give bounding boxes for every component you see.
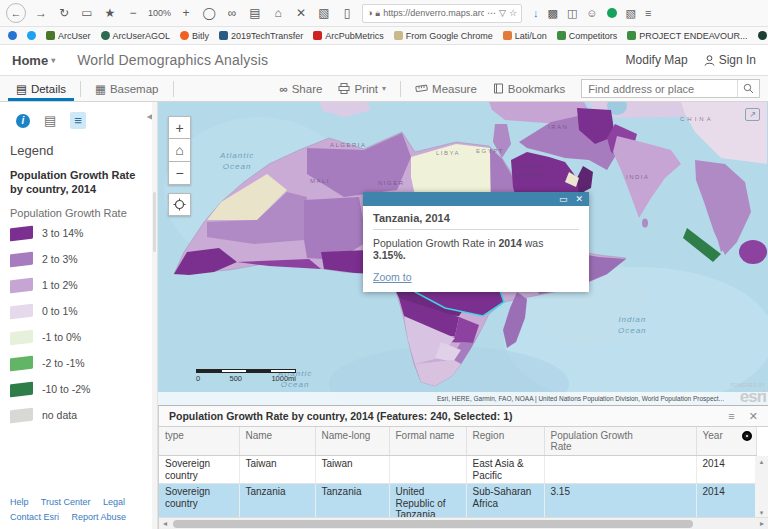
bookmark-item[interactable]: StyleGallery <box>758 31 768 41</box>
popup-maximize-icon[interactable]: ▭ <box>559 194 568 204</box>
tab-details[interactable]: ▤Details <box>8 76 74 101</box>
print-button[interactable]: Print▾ <box>330 83 394 95</box>
table-row-selected[interactable]: Sovereign countryTanzania TanzaniaUnited… <box>159 484 756 521</box>
zoom-to-link[interactable]: Zoom to <box>373 271 412 283</box>
legend-icon[interactable]: ≡ <box>70 112 86 129</box>
sidebar-icon[interactable]: ◫ <box>567 7 577 20</box>
measure-button[interactable]: Measure <box>407 83 485 95</box>
reload-icon[interactable]: ↻ <box>56 6 72 20</box>
scroll-left-icon[interactable]: ◂ <box>159 519 171 528</box>
zoom-out-browser-icon[interactable]: − <box>125 6 141 20</box>
scroll-up-icon[interactable]: ▴ <box>760 458 764 466</box>
browser-zoom-level[interactable]: 100% <box>148 8 171 18</box>
search-input[interactable] <box>582 83 737 95</box>
bookmark-item[interactable]: Competitors <box>557 31 618 41</box>
table-options-icon[interactable] <box>742 431 752 441</box>
bookmark-item[interactable] <box>27 31 36 40</box>
table-menu-icon[interactable]: ≡ <box>728 410 734 423</box>
country-label: MALI <box>310 178 330 184</box>
tab-send-icon[interactable]: ▭ <box>79 6 95 20</box>
back-icon[interactable]: ← <box>6 3 26 23</box>
attribute-table-panel: Population Growth Rate by country, 2014 … <box>158 405 768 529</box>
details-panel: i ▤ ≡ ◀ Legend Population Growth Rate by… <box>0 102 158 529</box>
content-icon[interactable]: ▤ <box>44 113 56 128</box>
library-icon[interactable]: ▩ <box>548 7 558 20</box>
panel-scrollbar[interactable] <box>152 102 157 529</box>
table-row[interactable]: Sovereign countryTaiwan Taiwan East Asia… <box>159 456 756 484</box>
report-abuse-link[interactable]: Report Abuse <box>72 512 127 522</box>
legend-layer-title: Population Growth Rate by country, 2014 <box>10 168 147 197</box>
printer-browser-icon[interactable]: ▧ <box>626 7 636 20</box>
page-actions-icon[interactable]: ⋯ <box>487 8 496 18</box>
legend-class: -2 to -1% <box>10 357 147 370</box>
pocket-save-icon[interactable]: ▽ <box>499 8 506 18</box>
zoom-in-button[interactable]: + <box>168 116 191 139</box>
bookmark-folder[interactable]: From Google Chrome <box>394 31 493 41</box>
bookmark-star-icon[interactable]: ☆ <box>509 8 517 18</box>
map-canvas[interactable]: Atlantic Ocean Atlantic Ocean Indian Oce… <box>158 102 768 405</box>
esri-logo: POWERED BY esri <box>730 384 766 406</box>
contact-esri-link[interactable]: Contact Esri <box>10 512 59 522</box>
popup-close-icon[interactable]: ✕ <box>575 194 583 204</box>
column-header[interactable]: Name <box>239 427 315 456</box>
address-bar[interactable]: ◑ 🔒︎ https://denverro.maps.arcgis.com/h … <box>362 4 522 23</box>
legend-class: no data <box>10 409 147 422</box>
history-clock-icon[interactable]: ◯ <box>201 6 217 20</box>
bookmarks-button[interactable]: Bookmarks <box>485 83 574 95</box>
expand-map-icon[interactable]: ↗ <box>745 108 760 121</box>
search-button[interactable] <box>737 80 759 97</box>
table-vertical-scrollbar[interactable]: ▴ ▾ <box>755 456 768 519</box>
home-menu[interactable]: Home▾ <box>12 53 55 68</box>
zoom-out-button[interactable]: − <box>168 162 191 185</box>
modify-map-button[interactable]: Modify Map <box>626 53 688 67</box>
map-controls: + ⌂ − <box>168 116 191 216</box>
cut-icon[interactable]: ✕ <box>293 6 309 20</box>
table-horizontal-scrollbar[interactable]: ◂ ▸ <box>159 517 768 529</box>
column-header[interactable]: Population Growth Rate <box>544 427 696 456</box>
shield-icon: ◑ <box>367 8 372 18</box>
save-star-icon[interactable]: ★ <box>102 6 118 20</box>
extension-icon[interactable] <box>607 8 617 18</box>
column-header[interactable]: type <box>159 427 239 456</box>
chevron-down-icon: ▾ <box>382 84 386 93</box>
legend-class: 3 to 14% <box>10 227 147 240</box>
bookmark-item[interactable]: ArcUser <box>46 31 91 41</box>
zoom-in-browser-icon[interactable]: + <box>178 6 194 20</box>
bookmark-item[interactable]: Bitly <box>180 31 209 41</box>
bookmark-item[interactable] <box>8 31 17 40</box>
map-attribution: Esri, HERE, Garmin, FAO, NOAA | United N… <box>158 392 768 405</box>
tab-basemap[interactable]: ▦Basemap <box>87 76 166 101</box>
downloads-icon[interactable]: ↓ <box>533 7 539 19</box>
bookmark-item[interactable]: Lati/Lon <box>503 31 547 41</box>
default-extent-button[interactable]: ⌂ <box>168 139 191 162</box>
copy-icon[interactable]: ▧ <box>316 6 332 20</box>
column-header[interactable]: Name-long <box>315 427 389 456</box>
bookmark-item[interactable]: ArcUserAGOL <box>101 31 171 41</box>
pocket-icon[interactable]: ∞ <box>224 6 240 20</box>
help-link[interactable]: Help <box>10 497 29 507</box>
account-icon[interactable]: ☺︎ <box>586 7 597 19</box>
print-icon[interactable]: ▤ <box>247 6 263 20</box>
forward-icon[interactable]: → <box>33 6 49 20</box>
bookmark-item[interactable]: PROJECT ENDEAVOUR... <box>627 31 747 41</box>
home-icon[interactable]: ⌂ <box>270 6 286 20</box>
column-header[interactable]: Formal name <box>389 427 466 456</box>
locate-button[interactable] <box>168 193 191 216</box>
share-button[interactable]: ∞Share <box>272 83 331 95</box>
table-close-icon[interactable]: ✕ <box>749 410 758 423</box>
scroll-down-icon[interactable]: ▾ <box>760 509 764 517</box>
search-icon <box>743 83 754 94</box>
bookmark-item[interactable]: 2019TechTransfer <box>219 31 303 41</box>
menu-hamburger-icon[interactable]: ≡ <box>645 7 651 19</box>
column-header[interactable]: Region <box>466 427 544 456</box>
scroll-right-icon[interactable]: ▸ <box>756 519 768 528</box>
table-title: Population Growth Rate by country, 2014 … <box>169 410 512 422</box>
bookmark-item[interactable]: ArcPubMetrics <box>313 31 384 41</box>
about-info-icon[interactable]: i <box>16 114 30 128</box>
scrollbar-thumb[interactable] <box>173 520 693 528</box>
sign-in-button[interactable]: Sign In <box>704 53 756 67</box>
trust-center-link[interactable]: Trust Center <box>41 497 91 507</box>
legal-link[interactable]: Legal <box>103 497 125 507</box>
clipboard-icon[interactable]: ▯ <box>339 6 355 20</box>
legend-panel-title: Legend <box>10 143 147 158</box>
